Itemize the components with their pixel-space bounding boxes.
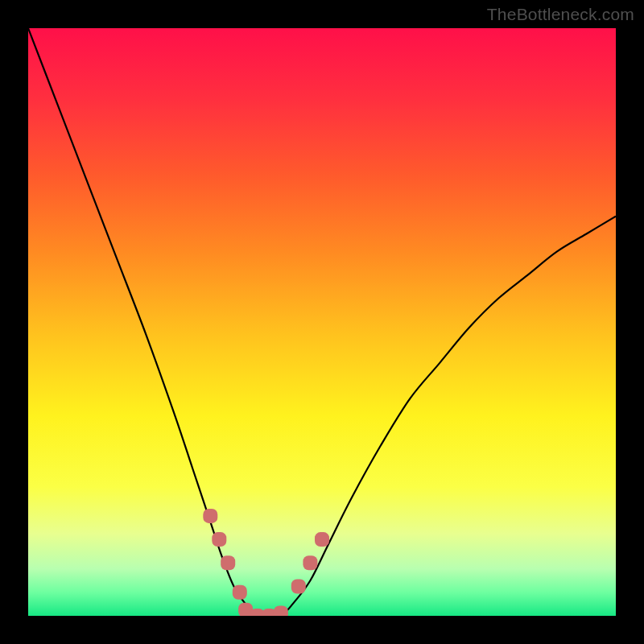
valley-marker bbox=[203, 509, 217, 523]
valley-marker bbox=[233, 585, 247, 600]
valley-marker bbox=[274, 605, 288, 616]
valley-marker bbox=[221, 555, 235, 570]
chart-svg bbox=[28, 28, 616, 616]
plot-area bbox=[28, 28, 616, 616]
valley-marker bbox=[303, 555, 317, 570]
valley-marker bbox=[291, 580, 306, 594]
chart-frame: TheBottleneck.com bbox=[0, 0, 644, 644]
valley-marker bbox=[212, 532, 226, 547]
watermark-text: TheBottleneck.com bbox=[487, 5, 634, 24]
gradient-background bbox=[28, 28, 616, 616]
valley-marker bbox=[315, 532, 329, 547]
